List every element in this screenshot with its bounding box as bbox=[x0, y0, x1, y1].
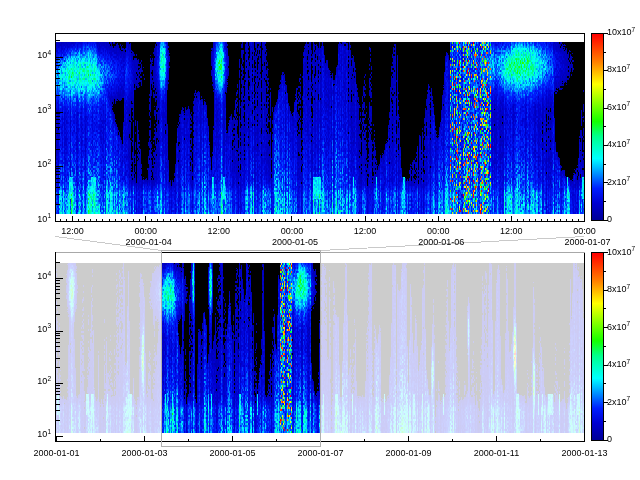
tick-exponent: 1 bbox=[47, 428, 51, 435]
colorbar-tick-value: 4x10 bbox=[607, 139, 627, 149]
tick-mantissa: 10 bbox=[37, 214, 47, 224]
bottom-y-tick-label: 104 bbox=[14, 272, 51, 281]
colorbar-tick-value: 10x10 bbox=[607, 247, 632, 257]
colorbar-tick-exponent: 7 bbox=[627, 358, 631, 365]
top-x-tick-time: 00:00 bbox=[427, 227, 450, 236]
top-x-tick-date: 2000-01-06 bbox=[418, 238, 464, 247]
top-x-tick-time: 00:00 bbox=[134, 227, 157, 236]
detail-colorbar-gradient bbox=[592, 34, 603, 220]
tick-exponent: 3 bbox=[47, 103, 51, 110]
tick-mantissa: 10 bbox=[37, 50, 47, 60]
top-x-tick-date: 2000-01-07 bbox=[564, 238, 610, 247]
bottom-y-tick-label: 102 bbox=[14, 377, 51, 386]
bottom-x-tick-date: 2000-01-11 bbox=[474, 449, 519, 458]
tick-mantissa: 10 bbox=[37, 271, 47, 281]
context-colorbar-tick-label: 2x107 bbox=[607, 398, 630, 407]
tick-exponent: 2 bbox=[47, 158, 51, 165]
detail-colorbar-tick-label: 6x107 bbox=[607, 103, 630, 112]
colorbar-tick-exponent: 7 bbox=[627, 320, 631, 327]
tick-mantissa: 10 bbox=[37, 105, 47, 115]
spectrogram-figure: 10410310210110410310210112:0000:002000-0… bbox=[0, 0, 640, 480]
bottom-y-tick-label: 101 bbox=[14, 430, 51, 439]
tick-mantissa: 10 bbox=[37, 324, 47, 334]
top-x-tick-time: 12:00 bbox=[61, 227, 84, 236]
bottom-x-tick-date: 2000-01-09 bbox=[385, 449, 431, 458]
colorbar-tick-exponent: 7 bbox=[627, 283, 631, 290]
tick-mantissa: 10 bbox=[37, 429, 47, 439]
colorbar-tick-exponent: 7 bbox=[627, 63, 631, 70]
context-colorbar-tick-label: 6x107 bbox=[607, 323, 630, 332]
colorbar-tick-exponent: 7 bbox=[627, 100, 631, 107]
top-y-tick-label: 103 bbox=[14, 106, 51, 115]
colorbar-tick-value: 0 bbox=[607, 434, 612, 444]
colorbar-tick-value: 2x10 bbox=[607, 177, 627, 187]
tick-exponent: 1 bbox=[47, 212, 51, 219]
top-x-tick-time: 12:00 bbox=[354, 227, 377, 236]
colorbar-tick-value: 2x10 bbox=[607, 397, 627, 407]
tick-exponent: 2 bbox=[47, 375, 51, 382]
bottom-x-tick-date: 2000-01-03 bbox=[121, 449, 167, 458]
detail-colorbar-tick-label: 4x107 bbox=[607, 140, 630, 149]
detail-colorbar-tick-label: 10x107 bbox=[607, 28, 635, 37]
colorbar-tick-exponent: 7 bbox=[627, 138, 631, 145]
tick-mantissa: 10 bbox=[37, 159, 47, 169]
detail-colorbar-tick-label: 2x107 bbox=[607, 178, 630, 187]
context-colorbar-tick-label: 0 bbox=[607, 435, 612, 444]
tick-mantissa: 10 bbox=[37, 376, 47, 386]
colorbar-tick-value: 8x10 bbox=[607, 284, 627, 294]
top-y-tick-label: 102 bbox=[14, 160, 51, 169]
top-x-tick-time: 00:00 bbox=[281, 227, 304, 236]
top-x-tick-date: 2000-01-04 bbox=[126, 238, 172, 247]
bottom-x-tick-date: 2000-01-07 bbox=[297, 449, 343, 458]
top-x-tick-time: 00:00 bbox=[573, 227, 596, 236]
context-colorbar-tick-label: 10x107 bbox=[607, 248, 635, 257]
colorbar-tick-value: 0 bbox=[607, 214, 612, 224]
colorbar-tick-value: 4x10 bbox=[607, 359, 627, 369]
top-x-tick-time: 12:00 bbox=[500, 227, 523, 236]
top-y-tick-label: 101 bbox=[14, 215, 51, 224]
colorbar-tick-value: 6x10 bbox=[607, 322, 627, 332]
tick-exponent: 3 bbox=[47, 322, 51, 329]
tick-exponent: 4 bbox=[47, 49, 51, 56]
detail-colorbar-tick-label: 8x107 bbox=[607, 65, 630, 74]
top-x-tick-date: 2000-01-05 bbox=[272, 238, 318, 247]
bottom-x-tick-date: 2000-01-05 bbox=[209, 449, 255, 458]
colorbar-tick-exponent: 7 bbox=[632, 245, 636, 252]
context-dim-overlay-right bbox=[321, 253, 584, 441]
colorbar-tick-exponent: 7 bbox=[627, 395, 631, 402]
colorbar-tick-value: 8x10 bbox=[607, 64, 627, 74]
context-colorbar-tick-label: 8x107 bbox=[607, 285, 630, 294]
bottom-x-tick-date: 2000-01-01 bbox=[33, 449, 79, 458]
top-y-tick-label: 104 bbox=[14, 51, 51, 60]
bottom-x-tick-date: 2000-01-13 bbox=[561, 449, 607, 458]
bottom-y-tick-label: 103 bbox=[14, 325, 51, 334]
colorbar-tick-value: 10x10 bbox=[607, 27, 632, 37]
colorbar-tick-value: 6x10 bbox=[607, 102, 627, 112]
colorbar-tick-exponent: 7 bbox=[627, 175, 631, 182]
tick-exponent: 4 bbox=[47, 270, 51, 277]
detail-spectrogram-image bbox=[56, 42, 584, 214]
context-colorbar-gradient bbox=[592, 253, 603, 440]
context-dim-overlay-left bbox=[56, 253, 161, 441]
colorbar-tick-exponent: 7 bbox=[632, 26, 636, 33]
top-x-tick-time: 12:00 bbox=[208, 227, 231, 236]
detail-colorbar-tick-label: 0 bbox=[607, 215, 612, 224]
context-colorbar-tick-label: 4x107 bbox=[607, 360, 630, 369]
